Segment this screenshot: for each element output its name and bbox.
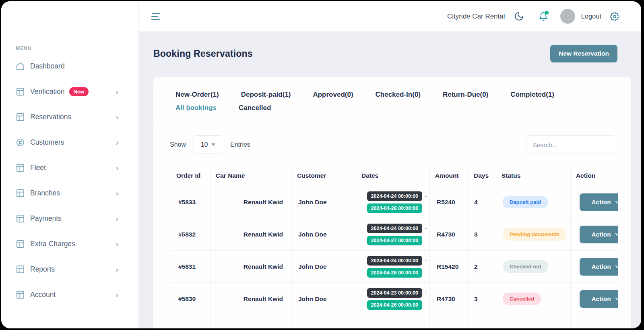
- sidebar-item-label: Reports: [30, 265, 55, 274]
- order-id: #5832: [171, 218, 211, 251]
- layout-icon: [16, 87, 25, 96]
- tab-return-due[interactable]: Return-Due(0): [443, 91, 488, 99]
- amount: R4730: [430, 218, 469, 251]
- date-from-badge: 2024-04-24 00:00:00: [367, 191, 422, 201]
- action-cell: Action: [571, 186, 619, 218]
- sidebar-item-branches[interactable]: Branches ›: [1, 181, 138, 206]
- action-button[interactable]: Action: [580, 290, 618, 308]
- customer-name: John Doe: [292, 218, 356, 251]
- avatar[interactable]: [560, 9, 575, 24]
- tab-approved[interactable]: Approved(0): [313, 91, 353, 99]
- car-name: Renault Kwid: [211, 186, 292, 218]
- page-title: Booking Reservations: [153, 48, 253, 59]
- tab-deposit-paid[interactable]: Deposit-paid(1): [241, 91, 291, 99]
- sidebar-item-account[interactable]: Account ›: [1, 282, 138, 307]
- sidebar-item-label: Customers: [30, 138, 64, 147]
- date-range-dash: -: [425, 257, 427, 264]
- chevron-right-icon: ›: [116, 215, 118, 222]
- search-input[interactable]: [526, 135, 616, 154]
- topbar: Cityride Car Rental Logout: [139, 1, 641, 31]
- action-cell: Action: [571, 283, 619, 315]
- sidebar-item-label: Branches: [30, 189, 60, 197]
- chevron-right-icon: ›: [116, 88, 118, 95]
- action-button[interactable]: Action: [580, 193, 618, 211]
- sidebar-nav: Dashboard Verification New › Reservation…: [1, 54, 138, 307]
- chevron-down-icon: [615, 201, 618, 204]
- table-row: #5830 Renault Kwid John Doe 2024-04-23 0…: [171, 283, 619, 315]
- tab-completed[interactable]: Completed(1): [510, 91, 554, 99]
- sidebar-item-label: Fleet: [30, 164, 46, 172]
- sidebar-logo-area: [1, 1, 138, 35]
- col-header-car-name: Car Name: [211, 165, 292, 186]
- layout-icon: [16, 163, 25, 172]
- car-name: Renault Kwid: [211, 251, 292, 283]
- date-range-dash: -: [425, 193, 427, 199]
- table-row: #5831 Renault Kwid John Doe 2024-04-24 0…: [171, 251, 619, 283]
- chevron-right-icon: ›: [116, 291, 118, 299]
- sidebar-item-label: Reservations: [30, 113, 71, 121]
- date-from-badge: 2024-04-24 00:00:00: [367, 256, 422, 266]
- reservations-table-wrap: Order Id Car Name Customer Dates Amount …: [171, 165, 618, 327]
- layout-icon: [16, 214, 25, 223]
- sidebar-item-reservations[interactable]: Reservations ›: [1, 104, 138, 130]
- tab-checked-in[interactable]: Checked-In(0): [376, 91, 421, 99]
- reservations-card: New-Order(1) Deposit-paid(1) Approved(0)…: [153, 77, 631, 328]
- moon-icon[interactable]: [514, 11, 524, 21]
- status-cell: Deposit paid: [496, 186, 571, 218]
- action-button[interactable]: Action: [580, 226, 618, 243]
- sidebar-item-label: Extra Charges: [30, 240, 75, 248]
- topbar-right: Cityride Car Rental Logout: [447, 9, 619, 24]
- bell-icon[interactable]: [539, 12, 548, 21]
- page-size-select[interactable]: 10: [192, 135, 224, 154]
- customer-name: John Doe: [292, 186, 356, 218]
- col-header-amount: Amount: [430, 165, 469, 186]
- sidebar-item-payments[interactable]: Payments ›: [1, 206, 138, 231]
- reservations-table: Order Id Car Name Customer Dates Amount …: [171, 165, 618, 327]
- status-cell: Checked-out: [496, 251, 571, 283]
- sidebar-item-extra-charges[interactable]: Extra Charges ›: [1, 231, 138, 257]
- sidebar-item-verification[interactable]: Verification New ›: [1, 79, 138, 104]
- chevron-down-icon: [615, 265, 618, 268]
- status-badge: Pending documents: [503, 228, 566, 241]
- hamburger-menu-icon[interactable]: [151, 13, 160, 20]
- date-to-badge: 2024-04-26 00:00:00: [367, 300, 422, 310]
- sidebar-item-dashboard[interactable]: Dashboard: [1, 54, 138, 79]
- page-size-value: 10: [201, 141, 208, 148]
- entries-label: Entries: [230, 141, 250, 148]
- tab-cancelled[interactable]: Cancelled: [239, 104, 271, 112]
- sidebar-item-label: Dashboard: [30, 62, 65, 71]
- sidebar-item-label: Account: [30, 291, 56, 299]
- new-reservation-button[interactable]: New Reservation: [550, 45, 617, 62]
- sidebar-item-customers[interactable]: Customers ›: [1, 130, 138, 155]
- date-to-badge: 2024-04-26 00:00:00: [367, 268, 422, 278]
- sidebar-item-fleet[interactable]: Fleet ›: [1, 155, 138, 181]
- chevron-down-icon: [615, 233, 618, 236]
- chevron-down-icon: [615, 297, 618, 301]
- logout-button[interactable]: Logout: [581, 12, 601, 20]
- layout-icon: [16, 265, 25, 274]
- caret-down-icon: [211, 143, 215, 146]
- layout-icon: [16, 239, 25, 249]
- app-window: MENU Dashboard Verification New ›: [1, 1, 641, 328]
- tab-new-order[interactable]: New-Order(1): [175, 91, 219, 99]
- show-label: Show: [170, 141, 186, 148]
- col-header-order-id: Order Id: [171, 165, 211, 186]
- sidebar-item-reports[interactable]: Reports ›: [1, 257, 138, 282]
- action-button[interactable]: Action: [580, 258, 618, 276]
- gear-icon[interactable]: [610, 12, 619, 21]
- days: 4: [469, 186, 496, 218]
- table-controls: Show 10 Entries: [153, 122, 631, 165]
- tab-all-bookings[interactable]: All bookings: [175, 104, 217, 112]
- action-button-label: Action: [591, 199, 611, 206]
- customer-name: John Doe: [292, 251, 356, 283]
- new-badge: New: [69, 87, 89, 96]
- action-button-label: Action: [591, 263, 611, 270]
- amount: R4730: [430, 283, 469, 315]
- order-id: #5833: [171, 186, 211, 218]
- car-name: Renault Kwid: [211, 218, 292, 251]
- action-cell: Action: [571, 218, 619, 251]
- date-to-badge: 2024-04-28 00:00:00: [367, 203, 422, 213]
- order-id: #5831: [171, 251, 211, 283]
- status-cell: Cancelled: [496, 283, 571, 315]
- sidebar-section-label: MENU: [16, 46, 138, 51]
